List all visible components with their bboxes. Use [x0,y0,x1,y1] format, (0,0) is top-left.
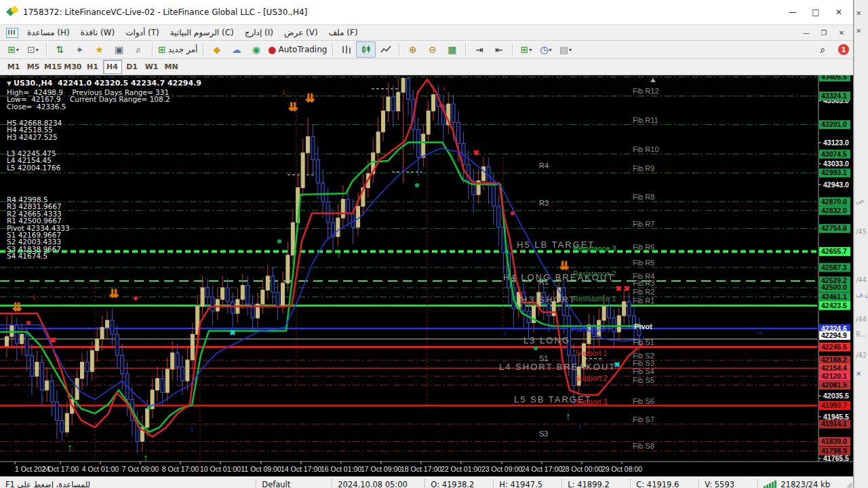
price-axis[interactable]: 43303.043123.043033.042943.042035.541945… [818,75,853,476]
timeframe-d1[interactable]: D1 [123,60,142,74]
svg-text:42870.0: 42870.0 [821,198,847,206]
chart-window-icon[interactable] [6,28,18,38]
mt4-window: 1758372: LiteFinanceVC-Live-02 - LiteFin… [0,0,854,488]
indicators-button[interactable]: ⊞▾ [516,41,536,58]
svg-text:Pivot: Pivot [634,322,652,331]
timeframe-m5[interactable]: M5 [24,60,43,74]
timeframe-h1[interactable]: H1 [83,60,102,74]
svg-text:41993.7: 41993.7 [821,401,847,409]
chart-shift-button[interactable]: ⇤ [489,41,509,58]
timeframe-w1[interactable]: W1 [142,60,161,74]
background-window-fragment: /44 [856,316,867,323]
menu-item[interactable]: إدارج (I) [239,26,279,39]
svg-text:42245.5: 42245.5 [821,343,847,351]
svg-text:23 Oct 09:00: 23 Oct 09:00 [481,465,522,473]
svg-text:R3: R3 [539,199,549,207]
svg-text:✖: ✖ [50,336,56,344]
timeframe-m15[interactable]: M15 [43,60,62,74]
app-logo-icon [7,6,19,18]
notification-badge[interactable]: 1 [838,44,849,55]
periods-button[interactable]: ◷▾ [536,41,555,58]
gold-button[interactable]: ◆ [207,41,226,58]
svg-text:Fib R12: Fib R12 [633,87,659,95]
signals-button[interactable]: ◉ [246,41,266,58]
favorites-button[interactable]: ★ [90,41,109,58]
svg-text:10 Oct 01:00: 10 Oct 01:00 [200,465,241,473]
chart-candles-button[interactable] [356,41,376,58]
new-order-button[interactable]: ⊞أمر جديد [156,41,199,58]
svg-text:42188.2: 42188.2 [821,356,847,364]
svg-text:42035.5: 42035.5 [823,392,849,400]
svg-text:28 Oct 00:00: 28 Oct 00:00 [561,465,602,473]
resize-grip[interactable]: ◢ [846,481,852,488]
timeframe-m1[interactable]: M1 [4,60,23,74]
chevron-down-icon[interactable]: ▼ [7,80,14,87]
svg-text:29 Oct 08:00: 29 Oct 08:00 [601,465,642,473]
svg-text:⇊: ⇊ [559,260,569,271]
close-button[interactable]: ✕ [827,4,850,20]
svg-text:↑: ↑ [336,248,342,259]
timeframe-h4[interactable]: H4 [103,60,122,74]
chevron-down-icon: ▾ [569,47,572,53]
zoom-in-button[interactable]: ⊕ [403,41,422,58]
svg-text:Pivot level: Pivot level [572,325,606,333]
data-window-button[interactable]: ▣ [109,41,129,58]
chevron-down-icon: ▾ [36,47,39,53]
svg-text:41914.1: 41914.1 [821,419,847,428]
mdi-restore-button[interactable]: ❒ [815,26,833,39]
svg-text:Fib R2: Fib R2 [633,288,654,296]
svg-text:Resistance 2: Resistance 2 [573,269,616,278]
minimize-button[interactable]: — [781,4,804,20]
svg-text:R4: R4 [539,162,549,170]
mdi-close-button[interactable]: ✕ [833,26,850,39]
chart-canvas[interactable]: ⇊⇊⇊⇊⇊⇊↑↑↑↑↓↓↓↓↓↓↑↑↑↑→✖✖✖✖✖✖Fib R13Fib R1… [0,75,853,476]
menu-item[interactable]: نافذة (W) [75,26,120,39]
maximize-button[interactable]: □ [804,4,827,20]
market-watch-button[interactable]: ⇅ [50,41,70,58]
auto-scroll-button[interactable]: ⇥ [469,41,489,58]
profiles-button[interactable]: ⊡▾ [23,41,43,58]
svg-text:43405.5: 43405.5 [821,75,847,81]
chart-shift-icon: ⇤ [495,44,503,55]
chart-area[interactable]: ▼ US30.,H4 42241.0 42320.5 42234.7 42294… [0,75,853,476]
gold-icon: ◆ [213,44,220,55]
status-help: للمساعدة، إضغط على F1 [0,478,256,488]
svg-text:8 Oct 17:00: 8 Oct 17:00 [162,465,199,473]
zoom-out-button[interactable]: ⊖ [422,41,442,58]
strategy-tester-button[interactable]: ⌕ [129,41,149,58]
menu-item[interactable]: أدوات (T) [120,26,165,39]
timeframe-mn[interactable]: MN [162,60,181,74]
menu-item[interactable]: الرسوم البيانية (C) [165,26,239,39]
tile-windows-button[interactable]: ▦ [442,41,462,58]
tile-windows-icon: ▦ [448,44,456,55]
svg-text:Fib S2: Fib S2 [633,352,654,360]
timeframe-m30[interactable]: M30 [63,60,82,74]
toolbar-separator [203,43,203,56]
svg-text:↑: ↑ [41,394,45,404]
chart-bars-button[interactable] [336,41,356,58]
zoom-out-icon: ⊖ [429,44,437,55]
depth-of-market-button[interactable]: ☁ [226,41,246,58]
svg-text:Fib R13: Fib R13 [633,75,659,77]
background-window-fragment: R... [856,331,867,338]
crosshair-button[interactable]: ⌖ [70,41,90,58]
toolbar-separator [465,43,466,56]
menu-item[interactable]: مساعدة (H) [22,26,75,39]
svg-text:41765.5: 41765.5 [823,454,849,462]
templates-button[interactable]: ▤▾ [555,41,575,58]
svg-text:41798.9: 41798.9 [821,447,847,455]
new-chart-button[interactable]: ⊞▾ [3,41,23,58]
svg-text:42587.3: 42587.3 [821,263,847,271]
symbol-ohlc-overlay: ▼ US30.,H4 42241.0 42320.5 42234.7 42294… [7,79,201,88]
search-icon[interactable]: ⌕ [813,41,833,58]
menu-item[interactable]: عرض (V) [279,26,323,39]
svg-text:4 Oct 01:00: 4 Oct 01:00 [82,465,119,473]
market-watch-icon: ⇅ [56,44,64,55]
svg-text:↓: ↓ [442,83,446,92]
mdi-minimize-button[interactable]: — [797,26,815,39]
menu-item[interactable]: ملف (F) [323,26,363,39]
svg-text:✖: ✖ [473,149,479,157]
autotrading-button[interactable]: ●AutoTrading [266,41,329,58]
status-volume: V: 5593 [698,478,757,488]
chart-line-button[interactable] [376,41,395,58]
